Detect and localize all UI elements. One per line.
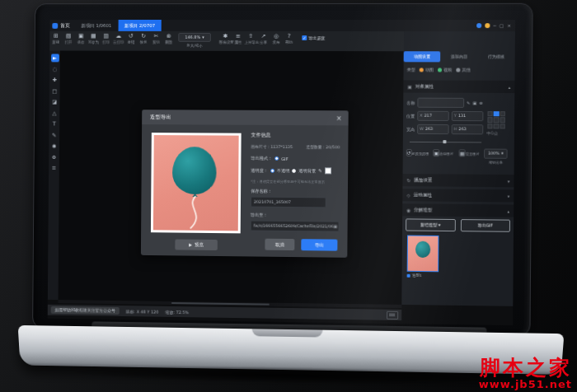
canvas[interactable]: 造型导出 × [59, 51, 404, 305]
tab-gif-settings[interactable]: 动图设置 [404, 51, 441, 62]
export-path-input[interactable]: fw/s/1666556652609/CacheFile/2021/06 ▣ [251, 221, 340, 232]
magic-wand-tool[interactable]: ✚ [50, 76, 59, 84]
anchor-label: 中心点 [486, 131, 498, 135]
lasso-tool[interactable]: ◌ [50, 65, 59, 73]
new-button[interactable]: ⊞新建 [49, 33, 62, 45]
transparent-radio[interactable] [292, 169, 296, 173]
rename-icon[interactable]: ✎ [467, 100, 470, 105]
anchor-cell[interactable] [494, 118, 499, 123]
fill-tool[interactable]: ◉ [50, 142, 59, 150]
collapse-icon[interactable]: ▴ [509, 84, 511, 89]
restore-original-button[interactable]: ↺还原至原图 [405, 148, 430, 165]
zoom-select[interactable]: 146.8%▾ [178, 33, 211, 42]
properties-button[interactable]: ≡属性 [232, 33, 245, 45]
motion-properties-section[interactable]: ◇ 运动属性 ▾ [402, 189, 514, 202]
shape-thumbnail[interactable] [407, 236, 439, 273]
slider-handle[interactable] [443, 140, 446, 143]
duplicate-icon[interactable]: ▣ [472, 100, 476, 105]
type-option-gif[interactable]: 动图 [420, 67, 434, 72]
save-button[interactable]: ▣保存 [75, 33, 87, 45]
remove-icon[interactable]: ⊗ [479, 100, 482, 105]
pos-x-input[interactable]: X217 [417, 111, 449, 121]
anchor-cell[interactable] [494, 124, 499, 128]
zoom-tool[interactable]: ⊕ [50, 153, 59, 161]
export-gif-button[interactable]: 导出GIF [460, 219, 510, 232]
delete-button[interactable]: ⊗删除 [162, 33, 175, 45]
anchor-cell[interactable] [487, 111, 492, 116]
print-button[interactable]: ▥打印 [100, 33, 112, 45]
minimize-button[interactable]: ─ [493, 23, 495, 28]
delete-label: 删除 [162, 40, 175, 45]
chevron-down-icon[interactable]: ▾ [508, 179, 510, 184]
chevron-down-icon[interactable]: ▾ [508, 194, 510, 198]
hand-tool[interactable]: ≡ [50, 164, 59, 172]
redo-button[interactable]: ↻恢复 [137, 33, 149, 45]
background-image-button[interactable]: ▦背景图片 [456, 148, 482, 165]
shape-image-button[interactable]: ▣造型图片 [430, 148, 457, 165]
cut-label: 剪切 [150, 40, 162, 45]
object-properties-label: 对象属性 [415, 83, 434, 89]
avatar[interactable] [476, 23, 481, 28]
help-button[interactable]: ?帮助 [283, 33, 296, 45]
image-settings-button[interactable]: ✱图像设置 [219, 33, 232, 45]
pos-y-input[interactable]: Y131 [452, 111, 484, 121]
dialog-close-icon[interactable]: × [336, 114, 349, 122]
anchor-cell[interactable] [500, 111, 505, 116]
pen-tool[interactable]: ✎ [50, 131, 59, 139]
shape-tool[interactable]: △ [50, 109, 59, 117]
playback-icon: ↻ [407, 178, 411, 183]
color-swatch[interactable] [325, 167, 331, 174]
home-button[interactable]: 首页 [60, 21, 70, 29]
type-option-video[interactable]: 视频 [438, 67, 452, 72]
upload-export-button[interactable]: ⇧上传导出 [244, 33, 257, 45]
cut-button[interactable]: ✂剪切 [150, 33, 162, 45]
playback-settings-section[interactable]: ↻ 播放设置 ▾ [402, 174, 514, 187]
cloud-print-button[interactable]: ☁云打印 [112, 33, 124, 45]
select-tool[interactable]: ► [51, 54, 59, 62]
anchor-grid[interactable] [487, 111, 505, 128]
tab-project-2[interactable]: 新项目 2/0707 [118, 20, 162, 31]
cancel-button[interactable]: 取消 [265, 239, 294, 250]
save-as-button[interactable]: ▦另存为 [87, 33, 100, 45]
save-name-input[interactable]: 20210701_165007 [251, 197, 326, 208]
text-tool[interactable]: T [50, 120, 59, 128]
share-button[interactable]: ↗分享 [257, 33, 270, 45]
decompose-shape-section[interactable]: ◉ 分解造型 ▴ [402, 203, 514, 217]
anchor-cell[interactable] [500, 118, 505, 123]
name-input[interactable] [417, 98, 464, 108]
scale-select[interactable]: 100%▾ [484, 149, 508, 159]
opaque-radio[interactable] [270, 168, 274, 172]
preview-button[interactable]: 预览 [175, 239, 218, 250]
anchor-cell[interactable] [500, 124, 505, 128]
scrollbar-handle[interactable] [171, 302, 270, 306]
maximize-button[interactable]: ▢ [500, 23, 504, 28]
vip-coin-icon[interactable] [485, 23, 490, 28]
width-input[interactable]: W263 [417, 124, 449, 134]
tab-project-1[interactable]: 新项目 1/0601 [75, 20, 119, 31]
export-progress-toggle[interactable]: ✓ 导出进度 [302, 35, 325, 40]
close-button[interactable]: × [507, 23, 511, 28]
anchor-cell-active[interactable] [494, 111, 499, 116]
browse-folder-icon[interactable]: ▣ [334, 222, 338, 231]
add-shape-button[interactable]: 新增造型 ▾ [406, 218, 455, 231]
eraser-tool[interactable]: ◪ [50, 98, 59, 106]
tab-behavior-template[interactable]: 行为模板 [477, 51, 514, 62]
type-option-other[interactable]: 其他 [456, 67, 470, 72]
tab-add-content[interactable]: 添加内容 [440, 51, 477, 62]
scale-slider[interactable] [410, 142, 481, 143]
object-properties-section[interactable]: ▣ 对象属性 ▴ [403, 80, 514, 93]
anchor-cell[interactable] [487, 124, 492, 128]
chevron-up-icon[interactable]: ▴ [507, 208, 509, 213]
eraser-tool-icon: ◪ [52, 98, 57, 106]
anchor-cell[interactable] [487, 118, 492, 123]
gif-radio[interactable] [274, 156, 279, 161]
open-button[interactable]: ▧打开 [62, 33, 74, 45]
minimap-widget[interactable] [387, 310, 398, 319]
height-input[interactable]: H263 [452, 124, 484, 134]
crop-tool[interactable]: □ [50, 86, 59, 95]
undo-button[interactable]: ↺撤销 [124, 33, 137, 45]
eyedropper-icon[interactable]: ✎ [318, 168, 322, 173]
publish-button[interactable]: ◎发布 [270, 33, 283, 45]
export-confirm-button[interactable]: 导出 [301, 239, 337, 251]
print-label: 打印 [100, 40, 112, 45]
